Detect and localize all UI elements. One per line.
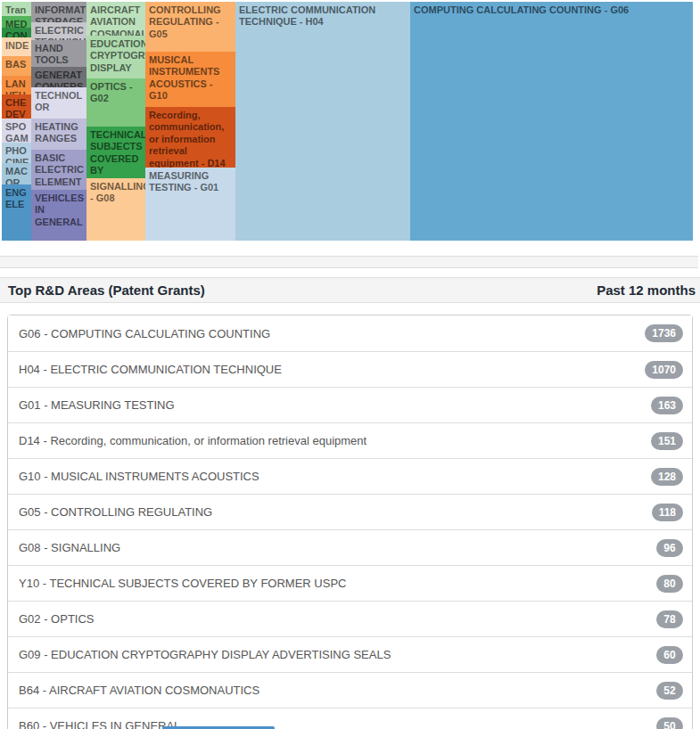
- count-badge: 1736: [645, 324, 683, 342]
- treemap-cell[interactable]: ELECTRIC TECHNIQU: [31, 22, 86, 40]
- treemap-cell[interactable]: INDE: [2, 37, 31, 56]
- count-badge: 78: [656, 610, 683, 628]
- count-badge: 118: [652, 504, 683, 521]
- treemap-cell[interactable]: ENG ELE: [2, 184, 31, 241]
- count-badge: 96: [656, 539, 683, 557]
- treemap-cell[interactable]: MED: [2, 16, 31, 28]
- list-item[interactable]: G06 - COMPUTING CALCULATING COUNTING1736: [8, 315, 692, 351]
- treemap-cell[interactable]: AIRCRAFT AVIATION COSMONAU: [86, 2, 145, 36]
- treemap-cell[interactable]: TECHNOL OR: [31, 87, 86, 119]
- treemap-cell[interactable]: GENERAT CONVERS: [31, 67, 86, 87]
- count-badge: 128: [651, 468, 683, 486]
- treemap-cell[interactable]: CONTROLLING REGULATING - G05: [145, 2, 235, 52]
- treemap-cell[interactable]: INFORMAT STORAGE: [31, 2, 86, 22]
- count-badge: 163: [651, 397, 683, 414]
- treemap-cell[interactable]: MEASURING TESTING - G01: [145, 168, 235, 241]
- list-item-label: D14 - Recording, communication, or infor…: [19, 434, 651, 447]
- treemap-cell[interactable]: SIGNALLING - G08: [86, 178, 145, 241]
- treemap-cell[interactable]: Recording, communication, or information…: [145, 107, 235, 168]
- list-item[interactable]: Y10 - TECHNICAL SUBJECTS COVERED BY FORM…: [8, 565, 692, 601]
- period-label: Past 12 months: [597, 283, 696, 298]
- count-badge: 151: [651, 432, 683, 450]
- count-badge: 52: [656, 682, 683, 700]
- list-item-label: B64 - AIRCRAFT AVIATION COSMONAUTICS: [19, 684, 656, 697]
- patent-areas-treemap: TranMEDCONINDEBASLAN VEHCHE DEVSPO GAMPH…: [0, 0, 700, 242]
- treemap-cell[interactable]: MAC OR: [2, 163, 31, 184]
- list-item[interactable]: D14 - Recording, communication, or infor…: [8, 422, 692, 458]
- list-item[interactable]: G02 - OPTICS78: [8, 601, 692, 636]
- count-badge: 80: [656, 575, 683, 593]
- list-item-label: B60 - VEHICLES IN GENERAL: [19, 719, 656, 729]
- treemap-cell[interactable]: HEATING RANGES: [31, 119, 86, 150]
- treemap-cell[interactable]: MUSICAL INSTRUMENTS ACOUSTICS - G10: [145, 52, 235, 107]
- treemap-cell[interactable]: BAS: [2, 56, 31, 76]
- list-item[interactable]: H04 - ELECTRIC COMMUNICATION TECHNIQUE10…: [8, 351, 692, 387]
- list-item-label: G05 - CONTROLLING REGULATING: [19, 505, 652, 519]
- list-item[interactable]: B60 - VEHICLES IN GENERAL50: [8, 708, 692, 729]
- list-item-label: G06 - COMPUTING CALCULATING COUNTING: [19, 327, 645, 340]
- treemap-cell[interactable]: OPTICS - G02: [86, 78, 145, 127]
- page-title: Top R&D Areas (Patent Grants): [8, 283, 205, 298]
- treemap-cell[interactable]: EDUCATION CRYPTOGR DISPLAY: [86, 36, 145, 78]
- treemap-cell[interactable]: CON: [2, 28, 31, 37]
- list-item[interactable]: G08 - SIGNALLING96: [8, 529, 692, 565]
- list-item-label: G08 - SIGNALLING: [19, 541, 656, 554]
- treemap-cell[interactable]: PHO CINE: [2, 143, 31, 163]
- list-item[interactable]: G05 - CONTROLLING REGULATING118: [8, 494, 692, 529]
- treemap-cell[interactable]: CHE DEV: [2, 94, 31, 119]
- treemap-cell[interactable]: BASIC ELECTRIC ELEMENT: [31, 150, 86, 190]
- list-item-label: G09 - EDUCATION CRYPTOGRAPHY DISPLAY ADV…: [19, 648, 656, 661]
- list-item-label: Y10 - TECHNICAL SUBJECTS COVERED BY FORM…: [19, 577, 656, 590]
- list-item[interactable]: G09 - EDUCATION CRYPTOGRAPHY DISPLAY ADV…: [8, 636, 692, 672]
- panel-divider-bar: [0, 256, 698, 268]
- panel-heading: Top R&D Areas (Patent Grants) Past 12 mo…: [0, 277, 700, 303]
- list-item-label: G02 - OPTICS: [19, 612, 656, 626]
- list-item[interactable]: G01 - MEASURING TESTING163: [8, 387, 692, 422]
- list-item[interactable]: B64 - AIRCRAFT AVIATION COSMONAUTICS52: [8, 672, 692, 708]
- treemap-cell[interactable]: LAN VEH: [2, 76, 31, 94]
- list-item-label: H04 - ELECTRIC COMMUNICATION TECHNIQUE: [19, 363, 645, 376]
- treemap-cell[interactable]: HAND TOOLS: [31, 40, 86, 67]
- list-item-label: G10 - MUSICAL INSTRUMENTS ACOUSTICS: [19, 470, 651, 483]
- count-badge: 1070: [645, 361, 683, 379]
- rd-areas-list: G06 - COMPUTING CALCULATING COUNTING1736…: [7, 315, 693, 729]
- count-badge: 50: [656, 717, 683, 729]
- list-item-label: G01 - MEASURING TESTING: [19, 398, 651, 412]
- treemap-cell[interactable]: ELECTRIC COMMUNICATION TECHNIQUE - H04: [235, 2, 410, 241]
- list-item[interactable]: G10 - MUSICAL INSTRUMENTS ACOUSTICS128: [8, 458, 692, 494]
- count-badge: 60: [656, 646, 683, 664]
- treemap-cell[interactable]: SPO GAM: [2, 119, 31, 143]
- treemap-cell[interactable]: Tran: [2, 2, 31, 16]
- treemap-cell[interactable]: VEHICLES IN GENERAL: [31, 190, 86, 241]
- treemap-cell[interactable]: COMPUTING CALCULATING COUNTING - G06: [410, 2, 693, 241]
- treemap-cell[interactable]: TECHNICAL SUBJECTS COVERED BY: [86, 127, 145, 178]
